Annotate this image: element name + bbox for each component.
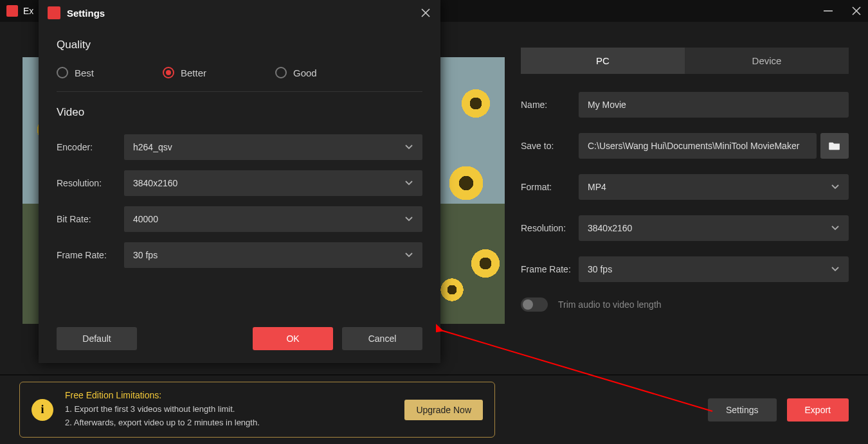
trim-audio-toggle[interactable]: [521, 297, 548, 312]
settings-modal: Settings Quality Best Better Good Video …: [39, 0, 440, 363]
modal-resolution-select[interactable]: 3840x2160: [124, 170, 422, 196]
limitations-line: 1. Export the first 3 videos without len…: [65, 403, 260, 416]
chevron-down-icon: [404, 179, 413, 188]
radio-icon: [275, 67, 287, 78]
limitations-header: Free Edition Limitations:: [65, 390, 260, 400]
tab-device[interactable]: Device: [685, 48, 849, 74]
preview-decoration: [437, 274, 467, 305]
name-input[interactable]: My Movie: [579, 92, 849, 118]
folder-icon: [829, 141, 840, 150]
radio-label: Better: [181, 67, 206, 78]
encoder-label: Encoder:: [57, 142, 124, 152]
resolution-select[interactable]: 3840x2160: [579, 215, 849, 241]
browse-folder-button[interactable]: [820, 133, 849, 159]
chevron-down-icon: [831, 182, 840, 191]
modal-logo-icon: [48, 6, 60, 19]
chevron-down-icon: [404, 251, 413, 260]
modal-title: Settings: [67, 8, 105, 19]
divider: [57, 91, 422, 92]
encoder-select[interactable]: h264_qsv: [124, 134, 422, 160]
preview-decoration: [457, 84, 495, 123]
radio-label: Good: [293, 67, 317, 78]
resolution-label: Resolution:: [521, 223, 579, 233]
close-window-button[interactable]: [851, 6, 862, 16]
radio-good[interactable]: Good: [275, 67, 317, 78]
quality-header: Quality: [57, 39, 422, 51]
info-icon: i: [32, 399, 53, 421]
modal-close-button[interactable]: [420, 7, 431, 19]
default-button[interactable]: Default: [57, 327, 137, 350]
radio-icon: [57, 67, 68, 78]
name-value: My Movie: [588, 100, 626, 110]
trim-audio-label: Trim audio to video length: [558, 299, 662, 310]
modal-framerate-value: 30 fps: [133, 250, 158, 260]
preview-decoration: [466, 244, 505, 283]
saveto-input[interactable]: C:\Users\Wang Hui\Documents\MiniTool Mov…: [579, 133, 817, 159]
saveto-value: C:\Users\Wang Hui\Documents\MiniTool Mov…: [588, 141, 799, 151]
chevron-down-icon: [404, 215, 413, 224]
chevron-down-icon: [831, 265, 840, 274]
bitrate-label: Bit Rate:: [57, 214, 124, 224]
framerate-value: 30 fps: [588, 264, 612, 274]
limitations-box: i Free Edition Limitations: 1. Export th…: [19, 382, 495, 438]
name-label: Name:: [521, 100, 579, 110]
format-label: Format:: [521, 182, 579, 192]
video-header: Video: [57, 106, 422, 119]
format-value: MP4: [588, 182, 606, 192]
radio-icon: [163, 67, 174, 78]
chevron-down-icon: [404, 143, 413, 152]
saveto-label: Save to:: [521, 141, 579, 151]
encoder-value: h264_qsv: [133, 142, 172, 152]
resolution-value: 3840x2160: [588, 223, 632, 233]
radio-label: Best: [75, 67, 94, 78]
limitations-line: 2. Afterwards, export video up to 2 minu…: [65, 416, 260, 430]
bitrate-select[interactable]: 40000: [124, 206, 422, 232]
export-panel: PC Device Name: My Movie Save to: C:\Use…: [508, 22, 868, 375]
app-window: Ex PC Device Name: My Mo: [0, 0, 868, 444]
app-title: Ex: [23, 6, 33, 16]
bitrate-value: 40000: [133, 214, 158, 224]
chevron-down-icon: [831, 224, 840, 233]
modal-resolution-label: Resolution:: [57, 178, 124, 188]
cancel-button[interactable]: Cancel: [342, 327, 422, 350]
upgrade-button[interactable]: Upgrade Now: [404, 400, 483, 420]
modal-resolution-value: 3840x2160: [133, 178, 177, 188]
preview-decoration: [443, 160, 489, 206]
format-select[interactable]: MP4: [579, 174, 849, 200]
tab-pc[interactable]: PC: [521, 48, 685, 74]
radio-better[interactable]: Better: [163, 67, 275, 78]
modal-framerate-select[interactable]: 30 fps: [124, 242, 422, 268]
radio-best[interactable]: Best: [57, 67, 163, 78]
modal-framerate-label: Frame Rate:: [57, 250, 124, 260]
ok-button[interactable]: OK: [253, 327, 333, 350]
framerate-label: Frame Rate:: [521, 264, 579, 274]
footer: i Free Edition Limitations: 1. Export th…: [0, 375, 868, 444]
export-button[interactable]: Export: [787, 398, 849, 422]
minimize-button[interactable]: [823, 6, 833, 16]
framerate-select[interactable]: 30 fps: [579, 256, 849, 282]
export-tabs: PC Device: [521, 48, 849, 74]
settings-button[interactable]: Settings: [708, 398, 777, 422]
app-logo-icon: [6, 5, 18, 17]
